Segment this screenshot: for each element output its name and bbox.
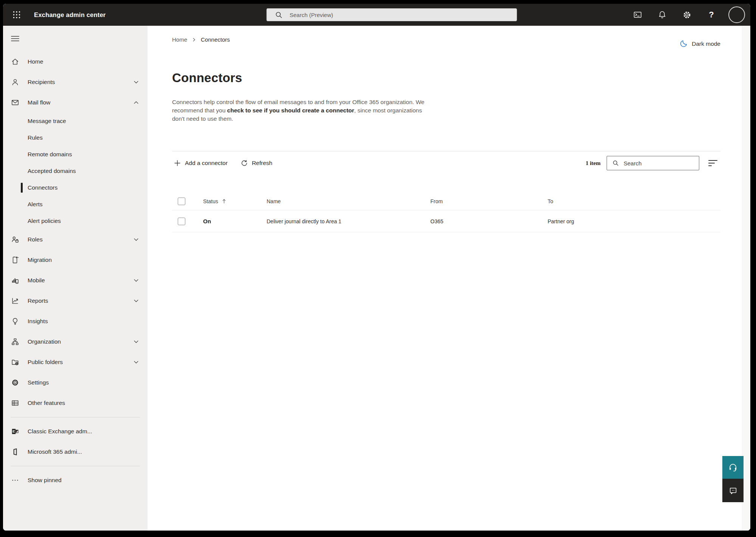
settings-button[interactable] [678,6,695,23]
folder-globe-icon [11,358,19,366]
table-header-row: Status Name From To [172,192,720,210]
sidebar-item-alerts[interactable]: Alerts [3,196,147,213]
chevron-down-icon [133,298,139,304]
sidebar-item-label: Home [28,58,43,65]
search-icon [612,160,619,167]
filter-button[interactable] [708,157,720,169]
select-all-checkbox[interactable] [178,198,185,205]
ellipsis-icon [11,476,19,484]
sidebar-item-migration[interactable]: Migration [3,250,147,270]
hamburger-icon [11,36,19,42]
connector-status: On [203,218,211,224]
dark-mode-toggle[interactable]: Dark mode [679,39,720,48]
chevron-up-icon [133,100,139,106]
gear-icon [682,10,692,20]
sidebar-item-settings[interactable]: Settings [3,372,147,393]
global-search-input[interactable] [290,12,513,18]
help-icon: ? [709,10,714,20]
sidebar-item-show-pinned[interactable]: Show pinned [3,470,147,490]
app-launcher-button[interactable] [8,6,25,23]
person-icon [11,78,19,86]
mail-icon [11,98,19,107]
chevron-down-icon [133,237,139,243]
app-title: Exchange admin center [34,11,106,19]
main-content: Home Connectors Dark mode Connectors [147,26,750,531]
refresh-icon [241,159,248,167]
sidebar-item-recipients[interactable]: Recipients [3,72,147,92]
gear-icon [11,378,19,387]
vertical-scrollbar[interactable] [742,26,750,531]
column-header-status[interactable]: Status [203,198,218,204]
list-toolbar: Add a connector Refresh 1 item [172,151,720,175]
dark-mode-label: Dark mode [692,40,720,47]
page-description: Connectors help control the flow of emai… [172,98,426,123]
chevron-down-icon [133,79,139,85]
breadcrumb: Home Connectors [172,36,230,43]
sidebar-item-reports[interactable]: Reports [3,291,147,311]
top-bar: Exchange admin center [3,4,750,26]
sidebar-item-remote-domains[interactable]: Remote domains [3,146,147,163]
table-grid-icon [11,399,19,407]
sidebar-item-public-folders[interactable]: Public folders [3,352,147,372]
terminal-icon [633,10,642,19]
chevron-right-icon [192,37,196,42]
sidebar-item-microsoft-365-admin[interactable]: Microsoft 365 admi... [3,442,147,462]
sidebar-item-message-trace[interactable]: Message trace [3,113,147,129]
connector-name[interactable]: Deliver journal directly to Area 1 [267,218,342,224]
page-title: Connectors [172,71,720,85]
migration-icon [11,256,19,264]
bell-icon [658,10,667,19]
refresh-label: Refresh [252,160,272,167]
powershell-button[interactable] [629,6,646,23]
plus-icon [174,159,181,167]
connectors-table: Status Name From To [172,192,720,232]
app-launcher-icon [12,11,21,19]
sidebar-item-alert-policies[interactable]: Alert policies [3,213,147,229]
exchange-logo-icon: E [11,427,19,436]
mobile-icon [11,276,19,285]
sidebar-item-roles[interactable]: Roles [3,229,147,250]
search-icon [275,11,283,19]
feedback-button[interactable] [722,479,744,502]
breadcrumb-current: Connectors [201,36,230,43]
connector-from: O365 [430,218,443,224]
global-search-box[interactable] [267,8,517,21]
feedback-bubble-icon [728,486,738,495]
sidebar-item-mail-flow[interactable]: Mail flow [3,92,147,113]
headset-icon [728,462,738,472]
office-logo-icon [11,448,19,456]
list-search-input[interactable] [624,160,699,167]
column-header-to[interactable]: To [548,198,553,204]
breadcrumb-home-link[interactable]: Home [172,36,187,43]
chevron-down-icon [133,277,139,283]
table-row[interactable]: On Deliver journal directly to Area 1 O3… [172,210,720,232]
support-button[interactable] [722,456,744,479]
sidebar-item-classic-exchange-admin[interactable]: E Classic Exchange adm... [3,421,147,442]
sidebar-item-accepted-domains[interactable]: Accepted domains [3,163,147,179]
sidebar-item-other-features[interactable]: Other features [3,393,147,413]
row-checkbox[interactable] [178,218,185,225]
chevron-down-icon [133,339,139,345]
help-button-stack [722,456,744,502]
sidebar-item-connectors[interactable]: Connectors [3,179,147,196]
notifications-button[interactable] [654,6,671,23]
sidebar-item-rules[interactable]: Rules [3,129,147,146]
sidebar-item-insights[interactable]: Insights [3,311,147,332]
collapse-nav-button[interactable] [7,31,23,46]
column-header-from[interactable]: From [430,198,443,204]
sidebar-item-organization[interactable]: Organization [3,332,147,352]
topbar-actions: ? [621,6,745,23]
refresh-button[interactable]: Refresh [239,157,274,169]
list-search-box[interactable] [607,156,699,170]
add-connector-button[interactable]: Add a connector [172,157,229,169]
sidebar-divider [11,417,140,417]
account-avatar[interactable] [728,6,745,23]
moon-icon [679,39,688,48]
help-button[interactable]: ? [703,6,720,23]
reports-icon [11,297,19,305]
org-chart-icon [11,338,19,346]
sidebar-item-home[interactable]: Home [3,51,147,72]
sidebar-item-mobile[interactable]: Mobile [3,270,147,291]
column-header-name[interactable]: Name [267,198,281,204]
create-connector-link[interactable]: check to see if you should create a conn… [227,107,354,114]
